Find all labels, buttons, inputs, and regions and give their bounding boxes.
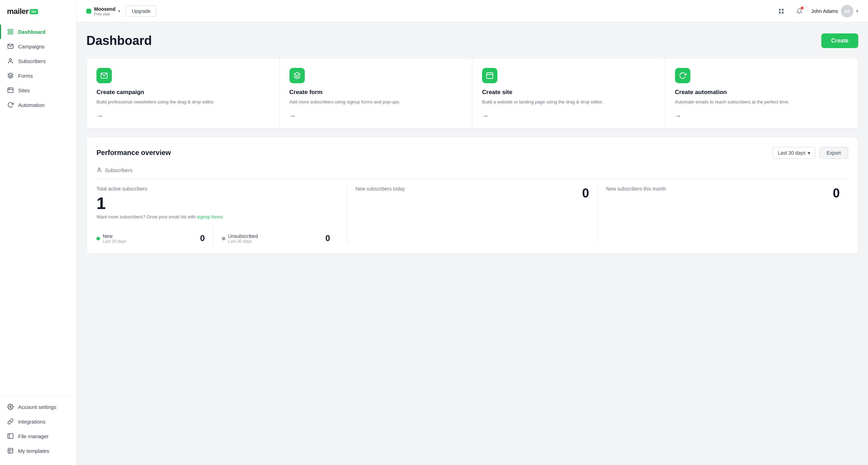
svg-point-9 — [10, 406, 11, 408]
quick-action-create-site[interactable]: Create site Build a website or landing p… — [472, 58, 665, 128]
arrow-icon: → — [675, 113, 848, 120]
arrow-icon: → — [482, 113, 655, 120]
date-filter-label: Last 30 days — [778, 150, 805, 156]
sidebar-bottom: Account settings Integrations File manag… — [0, 396, 76, 458]
stat-subtext-text: Want more subscribers? Grow your email l… — [96, 214, 196, 219]
qa-title: Create form — [289, 89, 463, 96]
automation-icon — [7, 101, 14, 108]
logo-text: mailer — [7, 7, 29, 16]
sub-stat-new: New Last 30 days 0 — [96, 228, 214, 244]
sidebar-item-file-manager[interactable]: File manager — [0, 429, 76, 443]
unsubscribed-dot-icon — [222, 237, 225, 240]
page-header: Dashboard Create — [86, 33, 858, 48]
settings-icon — [7, 403, 14, 410]
notifications-button[interactable] — [793, 5, 806, 17]
sidebar-item-my-templates[interactable]: My templates — [0, 443, 76, 458]
svg-rect-10 — [8, 434, 13, 439]
arrow-icon: → — [96, 113, 270, 120]
qa-title: Create site — [482, 89, 655, 96]
workspace-info: Moosend Free plan — [94, 6, 115, 16]
chevron-down-icon: ▾ — [808, 150, 810, 156]
sub-stat-info: New Last 30 days — [96, 233, 126, 244]
sub-stat-value: 0 — [200, 233, 204, 243]
sidebar-item-label: Automation — [18, 102, 45, 108]
sidebar-item-label: Subscribers — [18, 58, 46, 64]
sub-stat-value: 0 — [325, 233, 330, 243]
qa-desc: Add more subscribers using signup forms … — [289, 99, 463, 106]
content-area: Dashboard Create Create campaign Build p… — [77, 22, 868, 465]
quick-action-create-campaign[interactable]: Create campaign Build professional newsl… — [87, 58, 280, 128]
topbar-actions: John Adams JA ▾ — [775, 5, 858, 17]
user-name: John Adams — [811, 8, 838, 14]
stat-subtext: Want more subscribers? Grow your email l… — [96, 214, 339, 219]
qa-title: Create campaign — [96, 89, 270, 96]
svg-rect-0 — [8, 29, 10, 31]
stat-new-today: New subscribers today 0 — [347, 186, 598, 244]
sidebar-nav: Dashboard Campaigns Subscribers Forms Si… — [0, 24, 76, 458]
svg-rect-16 — [782, 11, 783, 13]
file-manager-icon — [7, 433, 14, 440]
svg-rect-2 — [8, 32, 10, 34]
sidebar-item-label: Sites — [18, 87, 30, 93]
notification-dot — [801, 7, 804, 9]
sidebar: mailerlite Dashboard Campaigns Subscribe… — [0, 0, 77, 465]
stat-value: 0 — [582, 186, 589, 201]
sidebar-item-subscribers[interactable]: Subscribers — [0, 54, 76, 68]
performance-overview-card: Performance overview Last 30 days ▾ Expo… — [86, 137, 858, 254]
svg-rect-3 — [11, 32, 13, 34]
section-label-text: Subscribers — [105, 167, 132, 173]
quick-actions-grid: Create campaign Build professional newsl… — [86, 58, 858, 129]
campaigns-icon — [7, 43, 14, 50]
logo-badge: lite — [30, 9, 38, 14]
stat-label: New subscribers this month — [606, 186, 666, 192]
campaign-icon-wrap — [96, 68, 112, 83]
stat-total-active: Total active subscribers 1 Want more sub… — [96, 186, 347, 244]
forms-icon — [7, 72, 14, 79]
chevron-down-icon: ▾ — [118, 9, 120, 14]
subscribers-section-icon — [96, 167, 102, 173]
form-icon-wrap — [289, 68, 305, 83]
sidebar-item-forms[interactable]: Forms — [0, 68, 76, 83]
perf-controls: Last 30 days ▾ Export — [773, 147, 848, 159]
sidebar-item-label: Account settings — [18, 404, 56, 410]
dashboard-icon — [7, 28, 14, 35]
sidebar-item-label: Integrations — [18, 419, 45, 425]
sidebar-item-label: Dashboard — [18, 29, 45, 35]
svg-rect-13 — [779, 9, 781, 10]
sidebar-item-account-settings[interactable]: Account settings — [0, 400, 76, 414]
sidebar-item-label: My templates — [18, 448, 49, 454]
quick-action-create-automation[interactable]: Create automation Automate emails to rea… — [665, 58, 858, 128]
user-profile[interactable]: John Adams JA ▾ — [811, 5, 858, 17]
svg-rect-15 — [779, 11, 781, 13]
stat-new-month: New subscribers this month 0 — [598, 186, 848, 244]
main-area: Moosend Free plan ▾ Upgrade John Adams J… — [77, 0, 868, 465]
sub-stat-info: Unsubscribed Last 30 days — [222, 233, 258, 244]
sites-icon — [7, 87, 14, 94]
user-chevron-icon: ▾ — [856, 9, 858, 14]
sub-stat-date: Last 30 days — [103, 239, 126, 244]
grid-icon-button[interactable] — [775, 5, 788, 17]
sidebar-item-dashboard[interactable]: Dashboard — [0, 24, 76, 39]
qa-desc: Automate emails to reach subscribers at … — [675, 99, 848, 106]
date-filter-button[interactable]: Last 30 days ▾ — [773, 147, 815, 159]
sidebar-item-sites[interactable]: Sites — [0, 83, 76, 98]
sidebar-item-integrations[interactable]: Integrations — [0, 414, 76, 429]
quick-action-create-form[interactable]: Create form Add more subscribers using s… — [280, 58, 473, 128]
sidebar-item-campaigns[interactable]: Campaigns — [0, 39, 76, 54]
signup-forms-link[interactable]: signup forms — [197, 214, 223, 219]
workspace-selector[interactable]: Moosend Free plan ▾ — [86, 6, 120, 16]
upgrade-button[interactable]: Upgrade — [126, 6, 156, 17]
svg-rect-18 — [487, 73, 493, 79]
create-button[interactable]: Create — [821, 33, 858, 48]
stat-label: Total active subscribers — [96, 186, 339, 192]
qa-desc: Build professional newsletters using the… — [96, 99, 270, 106]
workspace-dot — [86, 9, 91, 14]
subscribers-icon — [7, 57, 14, 64]
export-button[interactable]: Export — [820, 147, 848, 159]
stats-grid: Total active subscribers 1 Want more sub… — [96, 186, 848, 244]
perf-title: Performance overview — [96, 149, 171, 157]
page-title: Dashboard — [86, 33, 152, 48]
workspace-plan: Free plan — [94, 12, 115, 16]
svg-point-5 — [9, 59, 11, 61]
sidebar-item-automation[interactable]: Automation — [0, 98, 76, 112]
